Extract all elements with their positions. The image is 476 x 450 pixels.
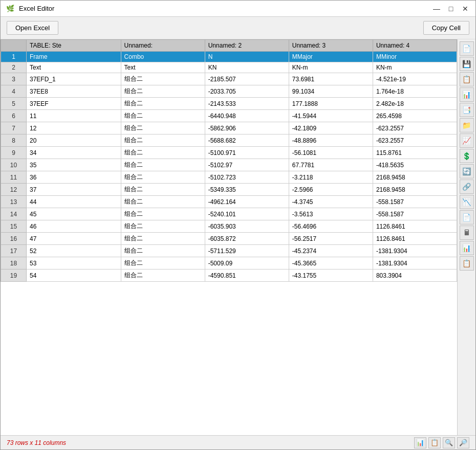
table-cell[interactable]: 组合二 [121, 85, 205, 98]
row-number-cell[interactable]: 14 [1, 208, 27, 220]
table-cell[interactable]: -6035.903 [205, 220, 289, 233]
table-row[interactable]: 1237组合二-5349.335-2.59662168.9458 [1, 184, 457, 196]
side-btn-11[interactable]: 📉 [460, 195, 474, 209]
table-cell[interactable]: 1.764e-18 [373, 85, 457, 98]
row-number-cell[interactable]: 13 [1, 196, 27, 208]
table-cell[interactable]: -623.2557 [373, 134, 457, 147]
row-number-cell[interactable]: 12 [1, 184, 27, 196]
table-cell[interactable]: -5009.09 [205, 257, 289, 269]
table-row[interactable]: 1FrameComboNMMajorMMinor [1, 52, 457, 62]
table-cell[interactable]: -5102.97 [205, 159, 289, 171]
table-cell[interactable]: -48.8896 [289, 134, 373, 147]
table-cell[interactable]: -45.2374 [289, 245, 373, 257]
table-cell[interactable]: 2168.9458 [373, 171, 457, 184]
table-row[interactable]: 1647组合二-6035.872-56.25171126.8461 [1, 233, 457, 245]
table-cell[interactable]: -2185.507 [205, 73, 289, 85]
row-number-cell[interactable]: 3 [1, 73, 27, 85]
table-cell[interactable]: 组合二 [121, 220, 205, 233]
table-cell[interactable]: -5240.101 [205, 208, 289, 220]
table-cell[interactable]: 803.3904 [373, 269, 457, 282]
table-cell[interactable]: MMajor [289, 52, 373, 62]
side-btn-14[interactable]: 📊 [460, 241, 474, 255]
side-btn-15[interactable]: 📋 [460, 256, 474, 271]
table-cell[interactable]: -4.521e-19 [373, 73, 457, 85]
side-btn-3[interactable]: 📋 [460, 72, 474, 86]
table-cell[interactable]: -5349.335 [205, 184, 289, 196]
table-cell[interactable]: -41.5944 [289, 110, 373, 122]
table-row[interactable]: 1136组合二-5102.723-3.21182168.9458 [1, 171, 457, 184]
table-cell[interactable]: KN-m [373, 62, 457, 73]
side-btn-9[interactable]: 🔄 [460, 164, 474, 178]
table-cell[interactable]: 115.8761 [373, 147, 457, 159]
table-row[interactable]: 337EFD_1组合二-2185.50773.6981-4.521e-19 [1, 73, 457, 85]
table-cell[interactable]: 组合二 [121, 110, 205, 122]
table-cell[interactable]: 组合二 [121, 171, 205, 184]
table-cell[interactable]: 组合二 [121, 245, 205, 257]
table-cell[interactable]: -2.5966 [289, 184, 373, 196]
row-number-cell[interactable]: 18 [1, 257, 27, 269]
table-cell[interactable]: 组合二 [121, 184, 205, 196]
table-cell[interactable]: 组合二 [121, 208, 205, 220]
row-number-cell[interactable]: 8 [1, 134, 27, 147]
table-cell[interactable]: 54 [27, 269, 121, 282]
table-container[interactable]: TABLE: Ste Unnamed: Unnamed: 2 Unnamed: … [1, 39, 457, 435]
table-row[interactable]: 1954组合二-4590.851-43.1755803.3904 [1, 269, 457, 282]
side-btn-7[interactable]: 📈 [460, 133, 474, 148]
row-number-cell[interactable]: 9 [1, 147, 27, 159]
row-number-cell[interactable]: 16 [1, 233, 27, 245]
table-row[interactable]: 1344组合二-4962.164-4.3745-558.1587 [1, 196, 457, 208]
row-number-cell[interactable]: 1 [1, 52, 27, 62]
table-cell[interactable]: -5711.529 [205, 245, 289, 257]
table-cell[interactable]: Combo [121, 52, 205, 62]
side-btn-2[interactable]: 💾 [460, 57, 474, 71]
table-cell[interactable]: 组合二 [121, 196, 205, 208]
table-row[interactable]: 1752组合二-5711.529-45.2374-1381.9304 [1, 245, 457, 257]
table-cell[interactable]: Text [121, 62, 205, 73]
table-cell[interactable]: 73.6981 [289, 73, 373, 85]
table-cell[interactable]: -45.3665 [289, 257, 373, 269]
table-cell[interactable]: -4590.851 [205, 269, 289, 282]
table-cell[interactable]: Frame [27, 52, 121, 62]
table-cell[interactable]: 组合二 [121, 159, 205, 171]
table-cell[interactable]: 34 [27, 147, 121, 159]
table-cell[interactable]: -42.1809 [289, 122, 373, 134]
side-btn-1[interactable]: 📄 [460, 41, 474, 56]
table-row[interactable]: 2TextTextKNKN-mKN-m [1, 62, 457, 73]
table-cell[interactable]: -3.5613 [289, 208, 373, 220]
table-cell[interactable]: KN [205, 62, 289, 73]
table-cell[interactable]: 1126.8461 [373, 233, 457, 245]
status-icon-zoom[interactable]: 🔎 [457, 437, 469, 448]
table-cell[interactable]: -56.2517 [289, 233, 373, 245]
table-row[interactable]: 934组合二-5100.971-56.1081115.8761 [1, 147, 457, 159]
row-number-cell[interactable]: 15 [1, 220, 27, 233]
maximize-button[interactable]: □ [446, 4, 456, 14]
table-row[interactable]: 1445组合二-5240.101-3.5613-558.1587 [1, 208, 457, 220]
table-cell[interactable]: -558.1587 [373, 196, 457, 208]
copy-cell-button[interactable]: Copy Cell [423, 21, 469, 35]
table-cell[interactable]: 37EEF [27, 98, 121, 110]
table-cell[interactable]: 2.482e-18 [373, 98, 457, 110]
table-cell[interactable]: -6035.872 [205, 233, 289, 245]
table-row[interactable]: 1546组合二-6035.903-56.46961126.8461 [1, 220, 457, 233]
table-cell[interactable]: 37 [27, 184, 121, 196]
table-cell[interactable]: -4962.164 [205, 196, 289, 208]
table-cell[interactable]: -5102.723 [205, 171, 289, 184]
table-cell[interactable]: -558.1587 [373, 208, 457, 220]
status-icon-copy[interactable]: 📋 [428, 437, 441, 448]
table-cell[interactable]: 52 [27, 245, 121, 257]
row-number-cell[interactable]: 6 [1, 110, 27, 122]
table-cell[interactable]: MMinor [373, 52, 457, 62]
table-cell[interactable]: -56.1081 [289, 147, 373, 159]
table-cell[interactable]: N [205, 52, 289, 62]
table-cell[interactable]: 组合二 [121, 257, 205, 269]
table-cell[interactable]: Text [27, 62, 121, 73]
side-btn-5[interactable]: 📑 [460, 103, 474, 117]
table-cell[interactable]: -43.1755 [289, 269, 373, 282]
table-cell[interactable]: -1381.9304 [373, 257, 457, 269]
side-btn-10[interactable]: 🔗 [460, 179, 474, 194]
row-number-cell[interactable]: 5 [1, 98, 27, 110]
table-cell[interactable]: 2168.9458 [373, 184, 457, 196]
table-cell[interactable]: 组合二 [121, 147, 205, 159]
table-row[interactable]: 712组合二-5862.906-42.1809-623.2557 [1, 122, 457, 134]
table-row[interactable]: 1853组合二-5009.09-45.3665-1381.9304 [1, 257, 457, 269]
